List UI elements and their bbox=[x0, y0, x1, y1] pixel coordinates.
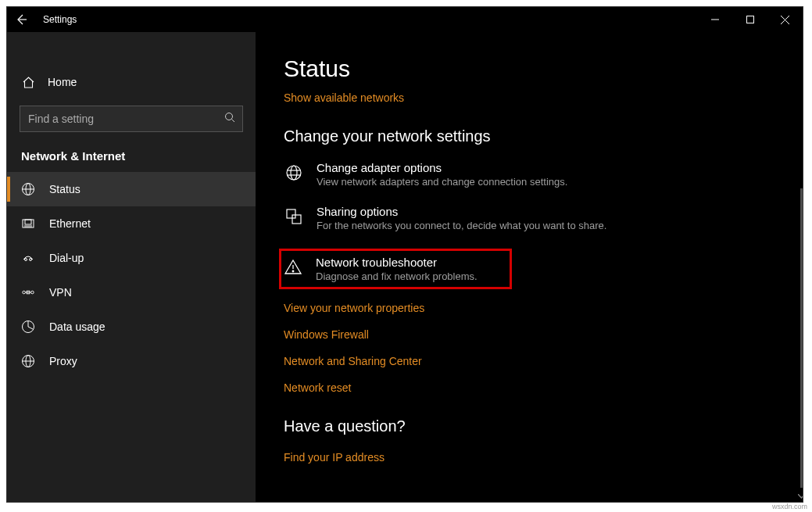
show-networks-link[interactable]: Show available networks bbox=[284, 91, 803, 104]
data-icon bbox=[21, 320, 35, 334]
home-nav[interactable]: Home bbox=[7, 66, 256, 98]
titlebar: Settings bbox=[7, 7, 803, 32]
link-view-properties[interactable]: View your network properties bbox=[284, 302, 803, 314]
link-network-reset[interactable]: Network reset bbox=[284, 381, 803, 394]
option-title: Sharing options bbox=[317, 205, 606, 218]
section-question: Have a question? bbox=[284, 417, 803, 435]
option-desc: View network adapters and change connect… bbox=[317, 176, 567, 188]
category-header: Network & Internet bbox=[7, 143, 256, 172]
ethernet-icon bbox=[21, 217, 35, 231]
sidebar-item-datausage[interactable]: Data usage bbox=[7, 310, 256, 344]
sidebar-item-proxy[interactable]: Proxy bbox=[7, 344, 256, 378]
svg-point-25 bbox=[291, 166, 297, 180]
option-change-adapter[interactable]: Change adapter options View network adap… bbox=[284, 161, 803, 188]
sidebar-item-vpn[interactable]: VPN bbox=[7, 275, 256, 310]
sidebar-item-dialup[interactable]: Dial-up bbox=[7, 241, 256, 275]
back-button[interactable] bbox=[2, 7, 40, 32]
scroll-down-arrow[interactable] bbox=[797, 492, 803, 500]
link-sharing-center[interactable]: Network and Sharing Center bbox=[284, 355, 803, 367]
link-find-ip[interactable]: Find your IP address bbox=[284, 451, 803, 464]
sidebar-item-label: Dial-up bbox=[49, 252, 84, 264]
option-title: Change adapter options bbox=[317, 161, 567, 174]
svg-point-31 bbox=[292, 270, 294, 272]
app-title: Settings bbox=[43, 14, 77, 25]
vpn-icon bbox=[21, 285, 35, 299]
section-change-settings: Change your network settings bbox=[284, 127, 803, 145]
svg-point-17 bbox=[31, 291, 34, 294]
sidebar-item-label: VPN bbox=[49, 286, 72, 299]
sidebar-item-label: Ethernet bbox=[49, 217, 91, 230]
sidebar-item-label: Proxy bbox=[49, 355, 77, 367]
dialup-icon bbox=[21, 251, 35, 265]
globe-icon bbox=[284, 163, 304, 183]
option-desc: Diagnose and fix network problems. bbox=[316, 270, 478, 282]
close-button[interactable] bbox=[767, 7, 803, 32]
page-title: Status bbox=[284, 55, 803, 82]
sidebar-item-status[interactable]: Status bbox=[7, 172, 256, 206]
sidebar-item-label: Data usage bbox=[49, 320, 106, 333]
svg-point-24 bbox=[287, 166, 301, 180]
option-desc: For the networks you connect to, decide … bbox=[317, 220, 606, 231]
sharing-icon bbox=[284, 206, 304, 227]
home-icon bbox=[21, 75, 35, 89]
home-label: Home bbox=[48, 76, 77, 88]
svg-rect-1 bbox=[746, 16, 753, 23]
sidebar: Home Network & Internet Status bbox=[7, 32, 256, 502]
minimize-button[interactable] bbox=[697, 7, 732, 32]
sidebar-item-ethernet[interactable]: Ethernet bbox=[7, 206, 256, 241]
maximize-button[interactable] bbox=[732, 7, 767, 32]
svg-rect-8 bbox=[25, 220, 31, 224]
search-icon bbox=[224, 112, 236, 127]
link-windows-firewall[interactable]: Windows Firewall bbox=[284, 328, 803, 341]
svg-point-14 bbox=[25, 259, 27, 261]
main-content: Status Show available networks Change yo… bbox=[256, 32, 803, 502]
proxy-icon bbox=[21, 354, 35, 368]
option-sharing[interactable]: Sharing options For the networks you con… bbox=[284, 205, 803, 231]
option-title: Network troubleshooter bbox=[316, 256, 478, 269]
svg-rect-29 bbox=[292, 215, 301, 224]
status-icon bbox=[21, 182, 35, 196]
scrollbar[interactable] bbox=[800, 188, 803, 488]
highlight-troubleshooter: Network troubleshooter Diagnose and fix … bbox=[279, 249, 512, 289]
svg-line-3 bbox=[232, 119, 235, 122]
search-box[interactable] bbox=[20, 106, 243, 132]
sidebar-item-label: Status bbox=[49, 183, 80, 195]
svg-point-2 bbox=[226, 113, 233, 120]
warning-icon bbox=[283, 257, 303, 277]
search-input[interactable] bbox=[27, 112, 224, 126]
svg-rect-28 bbox=[287, 209, 295, 218]
option-troubleshooter[interactable]: Network troubleshooter Diagnose and fix … bbox=[283, 256, 502, 282]
svg-point-15 bbox=[30, 259, 32, 261]
watermark: wsxdn.com bbox=[772, 503, 807, 510]
svg-point-16 bbox=[23, 291, 26, 294]
